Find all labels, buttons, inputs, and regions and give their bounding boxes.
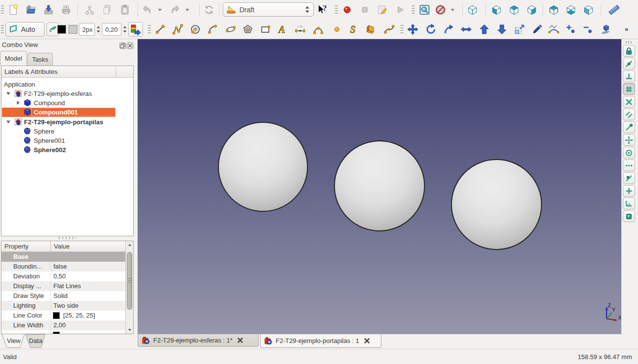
expander-down-icon[interactable] [6,119,11,124]
toolbar-handle[interactable] [148,25,151,34]
draft-wire-to-bspline-button[interactable] [548,23,560,35]
tree-item-document-esferas[interactable]: F2-T29-ejemplo-esferas [1,89,133,98]
tab-data[interactable]: Data [29,337,42,344]
draft-trimex-button[interactable] [460,23,472,35]
draft-wire-button[interactable] [172,23,184,35]
draft-polygon-button[interactable] [242,23,254,35]
draft-dimension-button[interactable]: 1.00 [294,23,306,35]
dock-float-button[interactable] [119,43,126,49]
close-tab-icon[interactable] [363,337,371,344]
redo-dropdown[interactable] [184,7,190,13]
tree-header[interactable]: Labels & Attributes [1,66,133,78]
snap-near-button[interactable] [623,172,635,184]
draft-shapestring-button[interactable]: S [348,23,359,35]
print-button[interactable] [60,4,72,16]
draft-rectangle-button[interactable] [260,23,271,35]
tree-item-compound[interactable]: Compound [1,98,133,108]
view-right-button[interactable] [526,4,538,16]
sphere-object-1[interactable] [218,122,308,212]
draft-point-button[interactable] [331,23,343,35]
sphere-object-3[interactable] [451,159,542,250]
dock-close-button[interactable] [127,43,133,49]
workbench-selector[interactable]: Draft [223,2,314,17]
tree-item-sphere001[interactable]: Sphere001 [1,136,133,145]
view-rear-button[interactable] [548,4,560,16]
refresh-button[interactable] [203,4,215,16]
snap-perpendicular-button[interactable] [623,70,635,82]
tree-item-document-portapilas[interactable]: F2-T29-ejemplo-portapilas [1,117,133,127]
text-scale-spin[interactable] [121,23,128,36]
draft-move-button[interactable] [407,23,419,35]
draft-bspline-button[interactable] [312,23,324,35]
snap-center-button[interactable] [623,147,635,159]
tree-item-application[interactable]: Application [1,80,133,89]
snap-endpoint-button[interactable] [623,121,635,133]
expander-down-icon[interactable] [6,91,11,96]
draft-add-point-button[interactable] [565,23,577,35]
snap-parallel-button[interactable] [623,109,635,120]
expander-right-icon[interactable] [16,100,21,105]
draft-scale-button[interactable] [514,23,525,35]
view-top-button[interactable] [508,4,520,16]
tab-model[interactable]: Model [0,51,27,66]
tab-view[interactable]: View [7,337,21,344]
viewport-3d[interactable]: Z Y X [138,39,621,334]
view-bottom-button[interactable] [565,4,577,16]
draft-upgrade-button[interactable] [478,23,490,35]
draft-ellipse-button[interactable] [225,23,236,35]
draft-edit-button[interactable] [531,23,543,35]
working-plane-button[interactable]: Auto [5,22,45,37]
view-front-button[interactable] [491,4,502,16]
draft-downgrade-button[interactable] [496,23,508,35]
draft-circle-button[interactable] [189,23,201,35]
snap-extension-button[interactable] [623,159,635,171]
toolbar-handle[interactable] [626,41,633,44]
draft-bezier-button[interactable] [383,23,395,35]
new-document-button[interactable] [7,4,19,16]
snap-special-button[interactable] [623,198,635,209]
toolbar-handle[interactable] [1,5,4,14]
macro-edit-button[interactable] [377,4,388,16]
toolbar-overflow-button[interactable]: » [621,23,632,35]
whats-this-button[interactable]: ? [317,4,329,16]
tree-item-sphere[interactable]: Sphere [1,127,133,136]
scroll-up-button[interactable] [126,241,134,249]
text-scale-field[interactable]: 0,20 [102,23,121,36]
dock-splitter-handle[interactable] [59,237,76,239]
tree-item-sphere002[interactable]: Sphere002 [1,145,133,155]
toolbar-handle[interactable] [1,25,4,34]
view-left-button[interactable] [583,4,594,16]
draft-line-button[interactable] [154,23,166,35]
property-group-base[interactable]: Base [1,252,125,262]
undo-button[interactable] [142,4,153,16]
snap-workingplane-button[interactable] [623,210,635,222]
draft-offset-button[interactable] [443,23,454,35]
open-document-button[interactable] [25,4,37,16]
snap-angle-button[interactable] [623,134,635,146]
property-scrollbar[interactable] [125,241,133,334]
fit-all-button[interactable] [419,4,430,16]
draft-arc-button[interactable] [207,23,219,35]
macro-record-button[interactable] [341,4,353,16]
cut-button[interactable] [84,4,95,16]
line-color-swatch[interactable] [57,25,66,34]
view-axonometric-button[interactable] [467,4,478,16]
property-row-linewidth[interactable]: Line Width 2,00 [1,320,125,330]
tree-item-compound001[interactable]: Compound001 [1,108,133,117]
macro-play-button[interactable] [394,4,406,16]
tab-tasks[interactable]: Tasks [27,53,53,66]
toolbar-handle[interactable] [412,5,415,14]
macro-stop-button[interactable] [359,4,371,16]
mdi-tab-esferas[interactable]: F2-T29-ejemplo-esferas : 1* [138,334,259,347]
property-row-boundingbox[interactable]: Boundin... false [1,262,125,272]
paste-button[interactable] [119,4,131,16]
snap-lock-button[interactable] [623,45,635,57]
toolbar-handle[interactable] [401,25,403,34]
snap-grid-button[interactable] [623,83,635,95]
copy-button[interactable] [101,4,113,16]
draft-text-button[interactable]: A [277,23,288,35]
property-row-linecolor[interactable]: Line Color [25, 25, 25] [1,311,125,320]
property-row-deviation[interactable]: Deviation 0,50 [1,272,125,281]
property-row-drawstyle[interactable]: Draw Style Solid [1,291,125,301]
line-width-spin[interactable] [95,23,101,36]
